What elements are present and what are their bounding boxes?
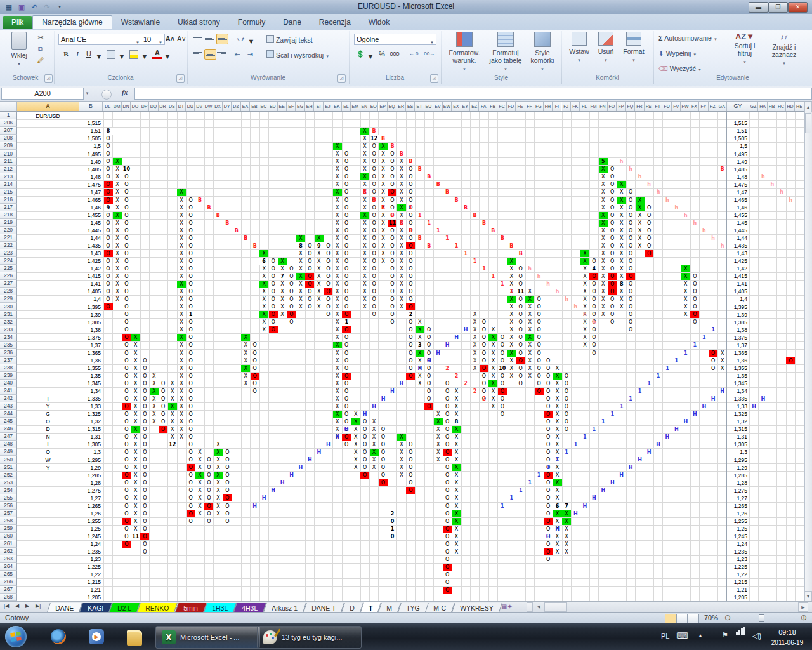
pnf-o-cell[interactable]: O xyxy=(122,227,131,234)
pnf-o-cell[interactable]: O xyxy=(122,326,131,333)
pnf-o-cell[interactable]: O xyxy=(406,181,415,188)
pnf-x-cell[interactable]: X xyxy=(718,357,727,364)
pnf-o-cell[interactable]: O xyxy=(608,189,617,196)
price-cell-gy-241[interactable]: 1,34 xyxy=(727,388,747,394)
pnf-o-cell[interactable]: O xyxy=(204,518,213,525)
delete-cells-button[interactable]: Usuń▼ xyxy=(594,32,618,63)
col-header-FM[interactable]: FM xyxy=(589,102,598,112)
pnf-o-cell[interactable]: O xyxy=(287,296,296,303)
pnf-x-cell[interactable]: X xyxy=(333,334,342,341)
col-header-EO[interactable]: EO xyxy=(369,102,378,112)
row-header-248[interactable]: 248 xyxy=(0,441,17,448)
trendline-cell[interactable]: B xyxy=(251,242,259,249)
pnf-o-cell[interactable]: O xyxy=(370,265,379,272)
price-cell-gy-219[interactable]: 1,45 xyxy=(727,220,747,226)
trendline-cell[interactable]: H xyxy=(645,449,653,456)
col-header-EP[interactable]: EP xyxy=(379,102,388,112)
pnf-o-cell[interactable]: O xyxy=(690,319,699,326)
pnf-green-cell[interactable]: X xyxy=(360,173,369,180)
row-header-236[interactable]: 236 xyxy=(0,349,17,357)
month-number-cell[interactable]: 8 xyxy=(452,418,461,425)
month-number-cell[interactable]: 0 xyxy=(388,533,396,540)
price-cell-b-240[interactable]: 1,345 xyxy=(79,380,101,387)
pnf-x-cell[interactable]: X xyxy=(599,258,608,265)
price-cell-b-213[interactable]: 1,48 xyxy=(79,174,101,180)
pnf-o-cell[interactable]: O xyxy=(406,173,415,180)
pnf-red-cell[interactable]: O xyxy=(122,541,131,548)
pnf-o-cell[interactable]: O xyxy=(443,434,452,441)
pnf-x-cell[interactable]: X xyxy=(177,311,186,318)
pnf-o-cell[interactable]: O xyxy=(498,373,507,380)
pnf-x-cell[interactable]: X xyxy=(278,265,287,272)
pnf-o-cell[interactable]: O xyxy=(342,189,351,196)
pnf-x-cell[interactable]: X xyxy=(131,494,140,501)
right-extra-cell[interactable]: H xyxy=(750,403,759,410)
pnf-o-cell[interactable]: O xyxy=(187,242,195,249)
pnf-o-cell[interactable]: O xyxy=(406,334,415,341)
pnf-o-cell[interactable]: O xyxy=(480,350,488,357)
trendline-cell[interactable]: H xyxy=(636,456,645,463)
pnf-o-cell[interactable]: O xyxy=(269,288,278,295)
pnf-o-cell[interactable]: O xyxy=(608,212,617,219)
price-cell-gy-243[interactable]: 1,33 xyxy=(727,403,747,409)
pnf-x-cell[interactable]: X xyxy=(580,326,589,333)
pnf-green-cell[interactable]: X xyxy=(636,197,645,204)
pnf-x-cell[interactable]: X xyxy=(471,342,480,348)
trendline-cell[interactable]: H xyxy=(718,388,727,395)
trendline-cell[interactable]: B xyxy=(370,128,379,135)
font-color-dd-icon[interactable]: ▼ xyxy=(162,51,173,62)
pnf-x-cell[interactable]: X xyxy=(580,296,589,303)
pnf-x-cell[interactable]: X xyxy=(177,273,186,280)
trendline-cell[interactable]: H xyxy=(571,510,580,517)
pnf-green-cell[interactable]: X xyxy=(525,296,534,303)
pnf-x-cell[interactable]: X xyxy=(113,227,122,234)
price-cell-gy-231[interactable]: 1,39 xyxy=(727,312,747,318)
pnf-x-cell[interactable]: X xyxy=(553,464,562,471)
maximize-button[interactable]: ❐ xyxy=(768,2,788,13)
price-cell-b-217[interactable]: 1,46 xyxy=(79,204,101,211)
trendline-cell[interactable]: 1 xyxy=(709,326,717,333)
pnf-o-cell[interactable]: O xyxy=(187,434,195,441)
row-header-230[interactable]: 230 xyxy=(0,303,17,311)
price-cell-b-257[interactable]: 1,26 xyxy=(79,510,101,517)
find-select-button[interactable]: ⌭ Znajdź i zaznacz▼ xyxy=(765,32,803,66)
pnf-x-cell[interactable]: X xyxy=(397,441,406,448)
pnf-o-cell[interactable]: O xyxy=(690,303,699,310)
trendline-cell[interactable]: h xyxy=(544,281,553,288)
col-header-FO[interactable]: FO xyxy=(608,102,617,112)
col-header-DW[interactable]: DW xyxy=(204,102,213,112)
pnf-o-cell[interactable]: O xyxy=(388,158,396,165)
pnf-o-cell[interactable]: O xyxy=(443,380,452,387)
trendline-cell[interactable]: 1 xyxy=(645,380,653,387)
orientation-dd-icon[interactable]: ▼ xyxy=(246,36,256,46)
pnf-x-cell[interactable]: X xyxy=(177,212,186,219)
pnf-x-cell[interactable]: X xyxy=(278,311,287,318)
trendline-cell[interactable]: B xyxy=(461,204,470,211)
pnf-x-cell[interactable]: X xyxy=(113,220,122,227)
pnf-x-cell[interactable]: X xyxy=(617,220,626,227)
month-number-cell[interactable]: 1 xyxy=(342,319,351,326)
pnf-x-cell[interactable]: X xyxy=(397,296,406,303)
price-cell-gy-246[interactable]: 1,315 xyxy=(727,426,747,432)
pnf-green-cell[interactable]: X xyxy=(562,510,571,517)
volume-icon[interactable]: ◁) xyxy=(752,631,761,640)
pnf-green-cell[interactable]: X xyxy=(333,411,342,418)
pnf-o-cell[interactable]: O xyxy=(424,334,433,341)
pnf-x-cell[interactable]: X xyxy=(397,242,406,249)
pnf-x-cell[interactable]: X xyxy=(296,303,305,310)
pnf-o-cell[interactable]: O xyxy=(388,227,396,234)
pnf-x-cell[interactable]: X xyxy=(315,250,324,257)
pnf-o-cell[interactable]: O xyxy=(324,311,332,318)
trendline-cell[interactable]: H xyxy=(333,434,342,441)
pnf-green-cell[interactable]: X xyxy=(488,380,497,387)
col-header-b[interactable]: B xyxy=(79,102,103,112)
pnf-o-cell[interactable]: O xyxy=(406,166,415,173)
pnf-o-cell[interactable]: O xyxy=(544,479,553,486)
align-left-icon[interactable] xyxy=(192,49,203,58)
pnf-x-cell[interactable]: X xyxy=(580,334,589,341)
pnf-x-cell[interactable]: X xyxy=(580,281,589,288)
pnf-o-cell[interactable]: O xyxy=(562,403,571,410)
trendline-cell[interactable]: 2 xyxy=(452,373,461,380)
trendline-cell[interactable]: 2 xyxy=(480,395,488,402)
pnf-o-cell[interactable]: O xyxy=(122,265,131,272)
